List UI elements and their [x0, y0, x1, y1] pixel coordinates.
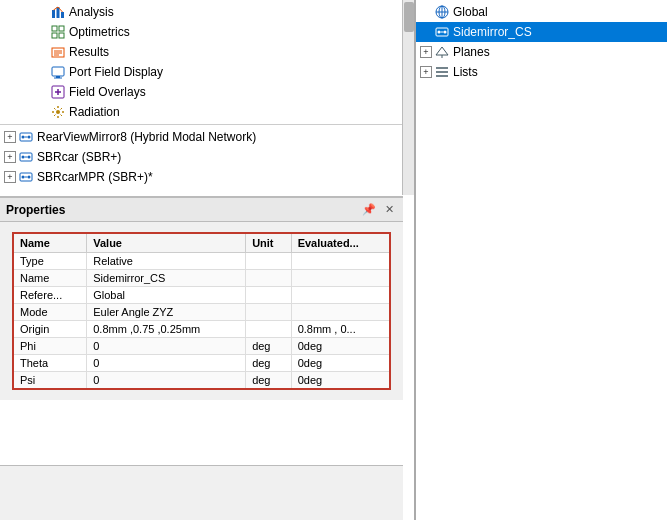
- right-tree-planes[interactable]: + Planes: [416, 42, 667, 62]
- sidebar-item-rearview[interactable]: + RearViewMirror8 (Hybrid Modal Network): [0, 127, 414, 147]
- port-field-icon: [50, 64, 66, 80]
- optimetrics-icon: [50, 24, 66, 40]
- right-tree-lists[interactable]: + Lists: [416, 62, 667, 82]
- sidebar-item-optimetrics[interactable]: Optimetrics: [0, 22, 414, 42]
- col-header-unit: Unit: [246, 233, 292, 253]
- expand-plus-icon-2[interactable]: +: [4, 151, 16, 163]
- radiation-label: Radiation: [69, 105, 120, 119]
- tree-scrollbar[interactable]: [402, 0, 414, 195]
- cell-evaluated: 0deg: [291, 355, 390, 372]
- lists-icon: [434, 64, 450, 80]
- cell-name: Phi: [13, 338, 87, 355]
- sidebar-item-analysis[interactable]: Analysis: [0, 2, 414, 22]
- right-tree-global[interactable]: Global: [416, 2, 667, 22]
- svg-line-23: [61, 115, 63, 117]
- sidebar-item-port-field-display[interactable]: Port Field Display: [0, 62, 414, 82]
- right-tree: Global Sidemirror_CS +: [416, 0, 667, 520]
- expand-icon: [420, 6, 432, 18]
- svg-line-25: [54, 115, 56, 117]
- expand-plus-icon-3[interactable]: +: [4, 171, 16, 183]
- svg-rect-11: [52, 67, 64, 76]
- right-tree-sidemirror[interactable]: Sidemirror_CS: [416, 22, 667, 42]
- expand-icon: [36, 106, 48, 118]
- svg-rect-0: [52, 10, 55, 18]
- expand-icon: [36, 66, 48, 78]
- cell-evaluated: 0.8mm , 0...: [291, 321, 390, 338]
- lists-label: Lists: [453, 65, 478, 79]
- table-row[interactable]: TypeRelative: [13, 253, 390, 270]
- cell-name: Theta: [13, 355, 87, 372]
- table-row[interactable]: Psi0deg0deg: [13, 372, 390, 390]
- table-row[interactable]: Theta0deg0deg: [13, 355, 390, 372]
- planes-icon: [434, 44, 450, 60]
- pin-button[interactable]: 📌: [361, 202, 377, 218]
- expand-plus-lists[interactable]: +: [420, 66, 432, 78]
- cell-name: Psi: [13, 372, 87, 390]
- svg-point-17: [56, 110, 60, 114]
- expand-icon: [36, 6, 48, 18]
- svg-rect-4: [59, 26, 64, 31]
- rearview-icon: [18, 129, 34, 145]
- sidebar-item-sbrcarmpr[interactable]: + SBRcarMPR (SBR+)*: [0, 167, 414, 187]
- cell-unit: [246, 253, 292, 270]
- properties-table-container: Name Value Unit Evaluated... TypeRelativ…: [0, 222, 403, 400]
- cell-value: 0: [87, 355, 246, 372]
- svg-point-35: [22, 176, 25, 179]
- cell-name: Origin: [13, 321, 87, 338]
- cell-unit: deg: [246, 372, 292, 390]
- svg-rect-3: [52, 26, 57, 31]
- table-row[interactable]: Refere...Global: [13, 287, 390, 304]
- cell-evaluated: 0deg: [291, 372, 390, 390]
- sidebar-item-results[interactable]: Results: [0, 42, 414, 62]
- expand-icon: [36, 26, 48, 38]
- table-row[interactable]: Phi0deg0deg: [13, 338, 390, 355]
- analysis-label: Analysis: [69, 5, 114, 19]
- expand-plus-icon[interactable]: +: [4, 131, 16, 143]
- field-overlays-icon: [50, 84, 66, 100]
- bottom-strip: [0, 465, 403, 520]
- global-label: Global: [453, 5, 488, 19]
- sidebar-item-radiation[interactable]: Radiation: [0, 102, 414, 122]
- svg-rect-5: [52, 33, 57, 38]
- table-row[interactable]: Origin0.8mm ,0.75 ,0.25mm0.8mm , 0...: [13, 321, 390, 338]
- analysis-icon: [50, 4, 66, 20]
- field-overlays-label: Field Overlays: [69, 85, 146, 99]
- cell-name: Refere...: [13, 287, 87, 304]
- cell-value: 0: [87, 338, 246, 355]
- cell-evaluated: [291, 304, 390, 321]
- cell-name: Mode: [13, 304, 87, 321]
- cell-evaluated: [291, 253, 390, 270]
- cell-evaluated: [291, 287, 390, 304]
- svg-marker-46: [436, 47, 448, 55]
- cell-name: Type: [13, 253, 87, 270]
- col-header-evaluated: Evaluated...: [291, 233, 390, 253]
- col-header-name: Name: [13, 233, 87, 253]
- properties-actions: 📌 ✕: [361, 202, 397, 218]
- expand-plus-planes[interactable]: +: [420, 46, 432, 58]
- properties-table: Name Value Unit Evaluated... TypeRelativ…: [12, 232, 391, 390]
- cell-unit: deg: [246, 338, 292, 355]
- sidebar-item-sbrcar[interactable]: + SBRcar (SBR+): [0, 147, 414, 167]
- cell-unit: [246, 304, 292, 321]
- global-icon: [434, 4, 450, 20]
- cell-value: 0: [87, 372, 246, 390]
- svg-point-28: [28, 136, 31, 139]
- cell-unit: deg: [246, 355, 292, 372]
- table-row[interactable]: ModeEuler Angle ZYZ: [13, 304, 390, 321]
- cell-evaluated: 0deg: [291, 338, 390, 355]
- close-properties-button[interactable]: ✕: [381, 202, 397, 218]
- svg-point-43: [438, 31, 441, 34]
- cell-value: Global: [87, 287, 246, 304]
- sbrcar-label: SBRcar (SBR+): [37, 150, 121, 164]
- svg-point-27: [22, 136, 25, 139]
- svg-rect-6: [59, 33, 64, 38]
- sidebar-item-field-overlays[interactable]: Field Overlays: [0, 82, 414, 102]
- expand-icon: [36, 46, 48, 58]
- svg-line-22: [54, 108, 56, 110]
- sbrcarmpr-label: SBRcarMPR (SBR+)*: [37, 170, 153, 184]
- properties-title: Properties: [6, 203, 65, 217]
- rearview-label: RearViewMirror8 (Hybrid Modal Network): [37, 130, 256, 144]
- table-row[interactable]: NameSidemirror_CS: [13, 270, 390, 287]
- svg-point-44: [444, 31, 447, 34]
- sidemirror-label: Sidemirror_CS: [453, 25, 532, 39]
